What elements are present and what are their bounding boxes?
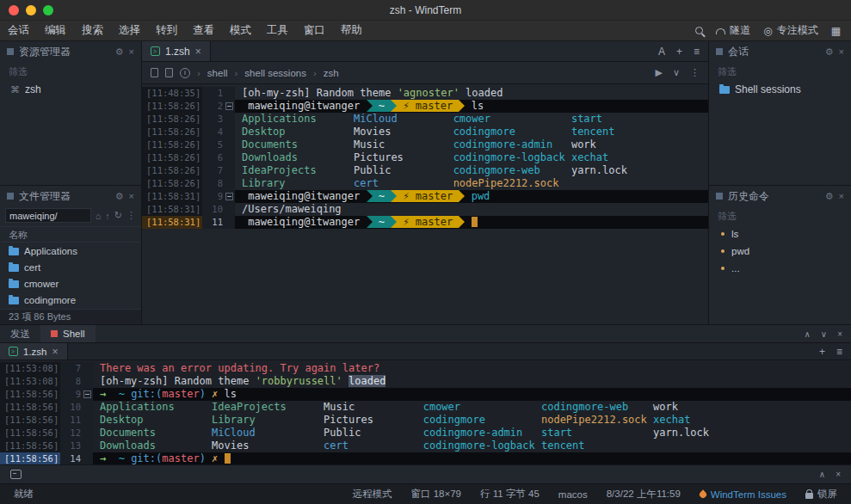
breadcrumb-item[interactable]: shell — [207, 68, 228, 78]
new-tab-button[interactable]: + — [676, 46, 682, 58]
menu-item-5[interactable]: 查看 — [185, 21, 222, 40]
font-size-button[interactable]: A — [658, 46, 665, 58]
tab-send[interactable]: 发送 — [0, 325, 40, 342]
sessions-filter-input[interactable] — [718, 65, 842, 77]
close-icon[interactable]: × — [839, 191, 844, 201]
refresh-icon[interactable]: ↻ — [114, 210, 122, 221]
top-terminal-body[interactable]: [11:48:35]1[oh-my-zsh] Random theme 'agn… — [142, 84, 708, 324]
fold-icon[interactable] — [225, 193, 233, 200]
fold-icon[interactable] — [225, 102, 233, 110]
focus-mode-button[interactable]: ◎ 专注模式 — [763, 23, 817, 38]
status-os[interactable]: macos — [558, 489, 588, 500]
status-cursor-position[interactable]: 行 11 字节 45 — [480, 488, 540, 501]
fold-icon[interactable] — [83, 390, 91, 398]
tunnel-button[interactable]: 隧道 — [716, 23, 750, 38]
close-icon[interactable]: × — [839, 46, 844, 57]
powerline-arrow-icon — [367, 190, 373, 202]
close-icon[interactable]: × — [129, 191, 134, 201]
menu-item-8[interactable]: 窗口 — [296, 21, 333, 40]
status-window-size[interactable]: 窗口 18×79 — [411, 488, 462, 501]
close-panel-icon[interactable]: × — [837, 329, 842, 339]
gear-icon[interactable]: ⚙ — [825, 191, 834, 202]
line-content: Downloads Movies cert codingmore-logback… — [93, 439, 851, 452]
menu-item-1[interactable]: 编辑 — [37, 21, 74, 40]
line-timestamp: [11:58:26] — [142, 177, 202, 190]
session-item[interactable]: Shell sessions — [709, 81, 851, 98]
close-window-button[interactable] — [9, 5, 19, 15]
info-icon[interactable]: i — [180, 68, 190, 78]
breadcrumb-item[interactable]: shell sessions — [244, 68, 306, 78]
gear-icon[interactable]: ⚙ — [115, 46, 124, 58]
close-tab-icon[interactable]: × — [195, 46, 201, 58]
text-segment: git:( — [131, 452, 162, 464]
menu-item-4[interactable]: 转到 — [148, 21, 185, 40]
right-sidebar: 会话 ⚙ × Shell sessions 历史命令 ⚙ × lspwd... — [708, 41, 851, 324]
layout-grid-icon[interactable]: ▦ — [831, 25, 841, 37]
line-timestamp: [11:58:26] — [142, 151, 202, 164]
file-name: codingmore — [24, 295, 76, 305]
status-mode[interactable]: 远程模式 — [353, 488, 392, 501]
menubar: 会话编辑搜索选择转到查看模式工具窗口帮助 隧道 ◎ 专注模式 ▦ — [0, 21, 851, 41]
explorer-filter-input[interactable] — [9, 65, 133, 77]
history-item[interactable]: pwd — [709, 243, 851, 260]
path-input[interactable] — [5, 208, 91, 223]
up-dir-icon[interactable]: ↑ — [105, 211, 110, 221]
history-filter-input[interactable] — [718, 209, 842, 222]
menu-item-6[interactable]: 模式 — [222, 21, 259, 40]
new-tab-button[interactable]: + — [819, 346, 825, 358]
lock-screen-button[interactable]: 锁屏 — [805, 488, 837, 501]
text-segment: cmower — [453, 113, 571, 125]
menu-item-0[interactable]: 会话 — [0, 21, 37, 40]
fold-gutter — [81, 414, 93, 427]
menu-item-9[interactable]: 帮助 — [333, 21, 370, 40]
line-content: /Users/maweiqing — [235, 203, 708, 216]
menu-item-7[interactable]: 工具 — [259, 21, 296, 40]
tab-1zsh[interactable]: 1.zsh × — [142, 41, 211, 61]
gear-icon[interactable]: ⚙ — [115, 191, 124, 202]
chevron-down-icon[interactable]: ∨ — [673, 67, 680, 78]
menu-item-3[interactable]: 选择 — [111, 21, 148, 40]
file-row[interactable]: cmower — [0, 275, 141, 292]
chevron-up-icon[interactable]: ∧ — [805, 329, 811, 339]
line-number: 13 — [60, 439, 81, 452]
history-item[interactable]: ls — [709, 225, 851, 243]
terminal-tab-icon — [151, 46, 160, 56]
tab-list-icon[interactable]: ≡ — [836, 346, 842, 358]
text-segment: Desktop — [100, 414, 212, 426]
more-icon[interactable]: ⋮ — [690, 67, 700, 78]
search-icon[interactable] — [695, 27, 703, 34]
line-number: 14 — [60, 452, 81, 464]
text-segment: nodePipe2212.sock — [453, 177, 559, 189]
menu-item-2[interactable]: 搜索 — [74, 21, 111, 40]
home-icon[interactable]: ⌂ — [96, 211, 102, 221]
file-row[interactable]: Applications — [0, 243, 141, 259]
close-icon[interactable]: × — [836, 470, 841, 479]
explorer-item-zsh[interactable]: ⌘zsh — [0, 81, 141, 98]
more-icon[interactable]: ⋮ — [126, 210, 136, 221]
copy-icon[interactable] — [151, 68, 158, 77]
chevron-up-icon[interactable]: ∧ — [819, 470, 825, 479]
bottom-panel-tools: ∧ ∨ × — [805, 329, 851, 339]
gear-icon[interactable]: ⚙ — [825, 46, 834, 58]
tab-shell[interactable]: Shell — [40, 325, 96, 342]
windterm-issues-link[interactable]: WindTerm Issues — [700, 489, 786, 500]
file-row[interactable]: codingmore — [0, 292, 141, 308]
line-number: 3 — [202, 113, 223, 126]
history-item[interactable]: ... — [709, 260, 851, 277]
bottom-tab-1zsh[interactable]: 1.zsh × — [0, 343, 68, 360]
file-row[interactable]: cert — [0, 259, 141, 275]
minimize-window-button[interactable] — [26, 5, 36, 15]
paste-icon[interactable] — [165, 68, 173, 77]
file-name-column-header[interactable]: 名称 — [0, 226, 141, 243]
tab-list-icon[interactable]: ≡ — [694, 46, 700, 58]
bottom-terminal-body[interactable]: [11:53:08]7There was an error updating. … — [0, 360, 851, 464]
zoom-window-button[interactable] — [43, 5, 53, 15]
bottom-tab-label: 1.zsh — [23, 347, 47, 357]
run-icon[interactable]: ▶ — [655, 67, 662, 78]
breadcrumb-item[interactable]: zsh — [324, 68, 339, 78]
console-icon[interactable] — [10, 470, 22, 479]
terminal-line: [11:58:56]14→ ~ git:(master) ✗ — [0, 452, 851, 464]
chevron-down-icon[interactable]: ∨ — [821, 329, 827, 339]
close-icon[interactable]: × — [129, 46, 134, 57]
close-tab-icon[interactable]: × — [52, 346, 59, 358]
